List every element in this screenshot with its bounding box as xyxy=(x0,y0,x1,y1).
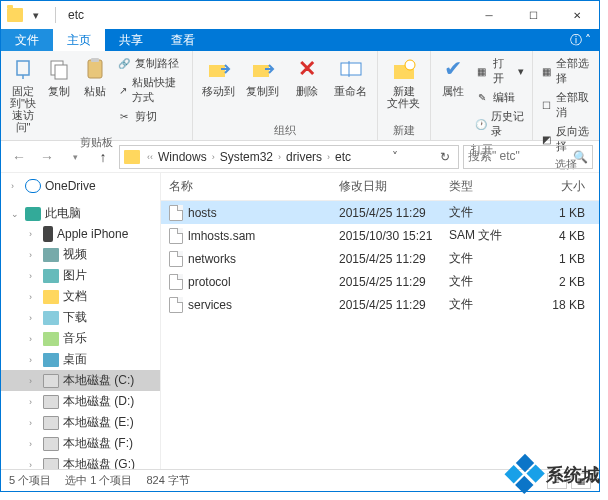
paste-shortcut-button[interactable]: ↗粘贴快捷方式 xyxy=(115,74,186,106)
selectnone-button[interactable]: ☐全部取消 xyxy=(539,89,593,121)
paste-button[interactable]: 粘贴 xyxy=(79,55,111,133)
forward-button[interactable]: → xyxy=(35,145,59,169)
tree-music[interactable]: ›音乐 xyxy=(1,328,160,349)
tree-desktop[interactable]: ›桌面 xyxy=(1,349,160,370)
search-icon: 🔍 xyxy=(573,150,588,164)
svg-rect-4 xyxy=(91,58,99,62)
crumb[interactable]: Windows xyxy=(156,150,209,164)
tab-share[interactable]: 共享 xyxy=(105,29,157,51)
history-button[interactable]: 🕐历史记录 xyxy=(473,108,526,140)
folder-icon xyxy=(7,8,23,22)
status-size: 824 字节 xyxy=(146,473,189,488)
tree-iphone[interactable]: ›Apple iPhone xyxy=(1,224,160,244)
ribbon-group-open: ✔属性 ▦打开▾ ✎编辑 🕐历史记录 打开 xyxy=(431,51,533,140)
status-items: 5 个项目 xyxy=(9,473,51,488)
file-name: networks xyxy=(188,252,236,266)
close-button[interactable]: ✕ xyxy=(555,1,599,29)
maximize-button[interactable]: ☐ xyxy=(511,1,555,29)
selectall-icon: ▦ xyxy=(541,64,552,78)
delete-button[interactable]: ✕删除 xyxy=(287,55,327,121)
tree-onedrive[interactable]: ›OneDrive xyxy=(1,177,160,195)
scissors-icon: ✂ xyxy=(117,110,131,124)
file-size: 1 KB xyxy=(511,249,599,269)
group-label: 新建 xyxy=(384,121,424,138)
window-title: etc xyxy=(68,8,84,22)
col-size[interactable]: 大小 xyxy=(511,173,599,200)
file-rows: hosts2015/4/25 11:29文件1 KBlmhosts.sam201… xyxy=(161,201,599,316)
window-controls: ─ ☐ ✕ xyxy=(467,1,599,29)
copy-button[interactable]: 复制 xyxy=(43,55,75,133)
chevron-icon[interactable]: › xyxy=(275,152,284,162)
ribbon-group-new: 新建 文件夹 新建 xyxy=(378,51,431,140)
file-icon xyxy=(169,251,183,267)
tab-view[interactable]: 查看 xyxy=(157,29,209,51)
tree-drive-c[interactable]: ›本地磁盘 (C:) xyxy=(1,370,160,391)
tree-video[interactable]: ›视频 xyxy=(1,244,160,265)
pin-label: 固定到"快速访问" xyxy=(7,85,39,133)
refresh-icon[interactable]: ↻ xyxy=(436,150,454,164)
tree-drive-g[interactable]: ›本地磁盘 (G:) xyxy=(1,454,160,469)
file-row[interactable]: networks2015/4/25 11:29文件1 KB xyxy=(161,247,599,270)
moveto-button[interactable]: 移动到 xyxy=(199,55,239,121)
edit-button[interactable]: ✎编辑 xyxy=(473,89,526,106)
col-name[interactable]: 名称 xyxy=(161,173,331,200)
file-row[interactable]: services2015/4/25 11:29文件18 KB xyxy=(161,293,599,316)
recent-dropdown[interactable]: ▾ xyxy=(63,145,87,169)
copyto-icon xyxy=(249,55,277,83)
tab-file[interactable]: 文件 xyxy=(1,29,53,51)
file-row[interactable]: lmhosts.sam2015/10/30 15:21SAM 文件4 KB xyxy=(161,224,599,247)
tree-drive-f[interactable]: ›本地磁盘 (F:) xyxy=(1,433,160,454)
paste-label: 粘贴 xyxy=(84,85,106,97)
divider xyxy=(55,7,56,23)
copyto-button[interactable]: 复制到 xyxy=(243,55,283,121)
minimize-button[interactable]: ─ xyxy=(467,1,511,29)
file-icon xyxy=(169,205,183,221)
selectnone-icon: ☐ xyxy=(541,98,552,112)
qat-dropdown-icon[interactable]: ▾ xyxy=(25,4,47,26)
dropdown-icon[interactable]: ˅ xyxy=(388,150,402,164)
tree-thispc[interactable]: ⌄此电脑 xyxy=(1,203,160,224)
watermark-icon xyxy=(504,454,546,496)
drive-icon xyxy=(43,458,59,470)
back-button[interactable]: ← xyxy=(7,145,31,169)
tree-drive-e[interactable]: ›本地磁盘 (E:) xyxy=(1,412,160,433)
documents-icon xyxy=(43,290,59,304)
chevron-icon[interactable]: › xyxy=(324,152,333,162)
quick-access-toolbar: ▾ etc xyxy=(7,4,84,26)
col-date[interactable]: 修改日期 xyxy=(331,173,441,200)
title-bar: ▾ etc ─ ☐ ✕ xyxy=(1,1,599,29)
tab-home[interactable]: 主页 xyxy=(53,29,105,51)
delete-icon: ✕ xyxy=(293,55,321,83)
navigation-tree[interactable]: ›OneDrive ⌄此电脑 ›Apple iPhone ›视频 ›图片 ›文档… xyxy=(1,173,161,469)
tree-pictures[interactable]: ›图片 xyxy=(1,265,160,286)
selectall-button[interactable]: ▦全部选择 xyxy=(539,55,593,87)
file-row[interactable]: protocol2015/4/25 11:29文件2 KB xyxy=(161,270,599,293)
pin-button[interactable]: 固定到"快速访问" xyxy=(7,55,39,133)
ribbon: 固定到"快速访问" 复制 粘贴 🔗复制路径 ↗粘贴快捷方式 ✂剪切 剪贴板 xyxy=(1,51,599,141)
cut-button[interactable]: ✂剪切 xyxy=(115,108,186,125)
address-bar: ← → ▾ ↑ ‹‹ Windows › System32 › drivers … xyxy=(1,141,599,173)
tree-downloads[interactable]: ›下载 xyxy=(1,307,160,328)
crumb[interactable]: drivers xyxy=(284,150,324,164)
col-type[interactable]: 类型 xyxy=(441,173,511,200)
properties-button[interactable]: ✔属性 xyxy=(437,55,469,140)
rename-button[interactable]: 重命名 xyxy=(331,55,371,121)
tree-drive-d[interactable]: ›本地磁盘 (D:) xyxy=(1,391,160,412)
search-input[interactable]: 搜索" etc" 🔍 xyxy=(463,145,593,169)
newfolder-button[interactable]: 新建 文件夹 xyxy=(384,55,424,121)
ribbon-collapse-button[interactable]: ⓘ ˄ xyxy=(562,29,599,51)
copy-path-button[interactable]: 🔗复制路径 xyxy=(115,55,186,72)
watermark-text: 系统城 xyxy=(546,463,600,487)
chevron-icon[interactable]: › xyxy=(209,152,218,162)
tree-documents[interactable]: ›文档 xyxy=(1,286,160,307)
crumb[interactable]: etc xyxy=(333,150,353,164)
file-row[interactable]: hosts2015/4/25 11:29文件1 KB xyxy=(161,201,599,224)
file-type: 文件 xyxy=(441,247,511,270)
chevron-icon[interactable]: ‹‹ xyxy=(144,152,156,162)
crumb[interactable]: System32 xyxy=(218,150,275,164)
pin-icon xyxy=(9,55,37,83)
breadcrumb-bar[interactable]: ‹‹ Windows › System32 › drivers › etc ˅ … xyxy=(119,145,459,169)
file-date: 2015/4/25 11:29 xyxy=(331,295,441,315)
up-button[interactable]: ↑ xyxy=(91,145,115,169)
open-button[interactable]: ▦打开▾ xyxy=(473,55,526,87)
